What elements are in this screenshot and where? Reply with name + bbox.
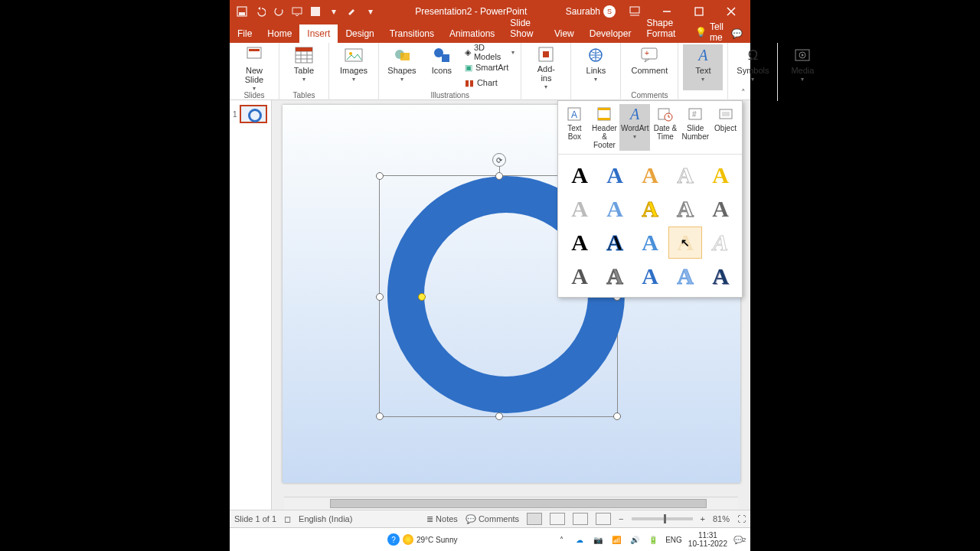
wordart-style-12[interactable]: A: [598, 227, 632, 259]
wordart-style-9[interactable]: A: [668, 193, 702, 225]
adjust-handle[interactable]: [418, 293, 426, 301]
slidenumber-button[interactable]: #Slide Number: [680, 104, 710, 151]
datetime-button[interactable]: Date & Time: [650, 104, 680, 151]
wordart-style-1[interactable]: A: [563, 159, 596, 191]
wordart-style-15[interactable]: A: [704, 227, 737, 259]
scroll-thumb[interactable]: [330, 499, 707, 508]
accessibility-icon[interactable]: ◻: [284, 514, 291, 524]
wordart-style-6[interactable]: A: [563, 193, 596, 225]
media-button[interactable]: Media▾: [782, 44, 822, 90]
language-tray[interactable]: ENG: [665, 536, 682, 544]
symbols-button[interactable]: Ω Symbols▾: [733, 44, 773, 90]
wordart-style-2[interactable]: A: [598, 159, 632, 191]
close-button[interactable]: [718, 0, 744, 23]
handle-tm[interactable]: [495, 172, 503, 180]
wordart-style-14[interactable]: A↖: [668, 227, 702, 259]
battery-icon[interactable]: 🔋: [647, 533, 659, 546]
table-button[interactable]: Table▾: [284, 44, 324, 90]
horizontal-scrollbar[interactable]: [284, 497, 738, 510]
links-button[interactable]: Links▾: [576, 44, 616, 90]
onedrive-icon[interactable]: ☁: [573, 533, 586, 546]
wordart-style-8[interactable]: A: [633, 193, 667, 225]
wordart-button[interactable]: AWordArt▾: [619, 104, 651, 151]
wordart-style-20[interactable]: A: [704, 260, 737, 292]
handle-tl[interactable]: [376, 172, 384, 180]
comments-button[interactable]: 💬 Comments: [466, 514, 519, 524]
qat-shape-icon[interactable]: [309, 5, 322, 18]
wordart-style-3[interactable]: A: [633, 159, 667, 191]
tab-design[interactable]: Design: [338, 24, 381, 43]
tell-me[interactable]: 💡Tell me: [695, 21, 724, 43]
language-indicator[interactable]: English (India): [299, 514, 352, 523]
smartart-button[interactable]: ▣SmartArt: [463, 60, 517, 75]
chart-button[interactable]: ▮▮Chart: [463, 75, 517, 90]
wordart-style-7[interactable]: A: [598, 193, 632, 225]
collapse-ribbon-icon[interactable]: ˄: [741, 88, 746, 98]
tab-home[interactable]: Home: [260, 24, 299, 43]
tab-slideshow[interactable]: Slide Show: [502, 14, 547, 43]
zoom-in-button[interactable]: +: [701, 514, 705, 523]
help-icon[interactable]: ?: [387, 533, 400, 546]
tab-transitions[interactable]: Transitions: [382, 24, 442, 43]
redo-icon[interactable]: [273, 5, 285, 18]
qat-more-icon[interactable]: ▾: [364, 5, 377, 18]
object-button[interactable]: Object: [710, 104, 740, 151]
tray-chevron-icon[interactable]: ˄: [555, 533, 567, 546]
shapes-button[interactable]: Shapes▾: [384, 44, 420, 90]
textbox-button[interactable]: AText Box: [560, 104, 590, 151]
rotate-handle[interactable]: ⟳: [492, 153, 506, 167]
slide-thumbnail-1[interactable]: [240, 105, 267, 123]
tab-shape-format[interactable]: Shape Format: [639, 14, 691, 43]
new-slide-button[interactable]: New Slide▾: [234, 44, 274, 90]
save-icon[interactable]: [236, 5, 248, 18]
zoom-slider[interactable]: [632, 517, 693, 520]
volume-icon[interactable]: 🔊: [629, 533, 641, 546]
handle-ml[interactable]: [376, 293, 384, 301]
wordart-style-5[interactable]: A: [704, 159, 737, 191]
notes-button[interactable]: ≣ Notes: [426, 514, 458, 524]
clock[interactable]: 11:31 10-11-2022: [688, 531, 727, 548]
fit-to-window-icon[interactable]: ⛶: [737, 514, 746, 523]
tab-developer[interactable]: Developer: [582, 24, 639, 43]
wordart-style-17[interactable]: A: [598, 260, 632, 292]
handle-bl[interactable]: [376, 412, 384, 420]
wordart-style-10[interactable]: A: [704, 193, 737, 225]
header-footer-button[interactable]: Header & Footer: [590, 104, 619, 151]
notifications-icon[interactable]: 💬2: [733, 533, 746, 546]
tab-view[interactable]: View: [547, 24, 582, 43]
handle-bm[interactable]: [495, 412, 503, 420]
thumbnail-pane[interactable]: 1: [230, 100, 272, 510]
weather-widget[interactable]: ? 29°C Sunny: [387, 533, 457, 546]
wordart-style-18[interactable]: A: [633, 260, 667, 292]
normal-view-icon[interactable]: [527, 513, 542, 525]
tab-insert[interactable]: Insert: [299, 24, 338, 43]
camera-icon[interactable]: 📷: [592, 533, 604, 546]
sorter-view-icon[interactable]: [550, 513, 565, 525]
images-button[interactable]: Images▾: [334, 44, 374, 90]
3d-models-button[interactable]: ◈3D Models▾: [463, 44, 517, 60]
tab-file[interactable]: File: [230, 24, 260, 43]
wordart-style-13[interactable]: A: [633, 227, 667, 259]
zoom-level[interactable]: 81%: [713, 514, 730, 523]
slideshow-icon[interactable]: [291, 5, 303, 18]
slideshow-view-icon[interactable]: [596, 513, 611, 525]
comments-pane-icon[interactable]: 💬: [724, 24, 750, 43]
wifi-icon[interactable]: 📶: [610, 533, 622, 546]
slide-indicator[interactable]: Slide 1 of 1: [234, 514, 276, 523]
handle-br[interactable]: [613, 412, 621, 420]
qat-paint-icon[interactable]: [346, 5, 358, 18]
wordart-style-4[interactable]: A: [668, 159, 702, 191]
qat-dropdown-icon[interactable]: ▾: [328, 5, 340, 18]
undo-icon[interactable]: [254, 5, 266, 18]
reading-view-icon[interactable]: [573, 513, 588, 525]
icons-button[interactable]: Icons: [423, 44, 460, 90]
wordart-style-16[interactable]: A: [563, 260, 596, 292]
tab-animations[interactable]: Animations: [442, 24, 502, 43]
comment-button[interactable]: + Comment: [626, 44, 673, 90]
wordart-style-11[interactable]: A: [563, 227, 596, 259]
addins-button[interactable]: Add- ins▾: [526, 44, 566, 90]
wordart-style-19[interactable]: A: [668, 260, 702, 292]
user-account[interactable]: Saurabh S: [566, 5, 616, 18]
text-button[interactable]: A Text▾: [683, 44, 723, 90]
zoom-out-button[interactable]: −: [619, 514, 623, 523]
